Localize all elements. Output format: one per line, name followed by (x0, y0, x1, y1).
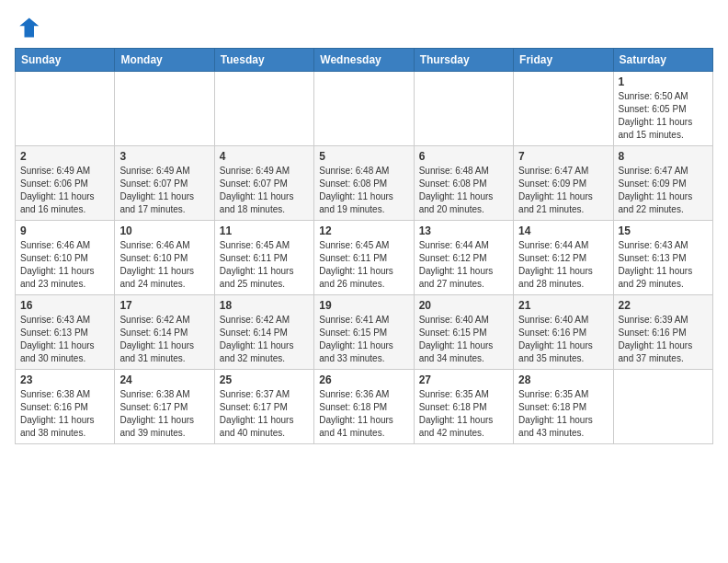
calendar-cell (214, 72, 313, 146)
calendar-cell: 23Sunrise: 6:38 AM Sunset: 6:16 PM Dayli… (16, 370, 115, 444)
calendar-cell: 1Sunrise: 6:50 AM Sunset: 6:05 PM Daylig… (613, 72, 712, 146)
day-number: 23 (20, 373, 109, 386)
calendar-cell: 25Sunrise: 6:37 AM Sunset: 6:17 PM Dayli… (214, 370, 313, 444)
weekday-header-monday: Monday (115, 49, 214, 72)
page-header (15, 15, 713, 40)
day-info: Sunrise: 6:48 AM Sunset: 6:08 PM Dayligh… (419, 165, 508, 216)
calendar-cell (414, 72, 513, 146)
calendar-week-4: 16Sunrise: 6:43 AM Sunset: 6:13 PM Dayli… (16, 295, 713, 370)
svg-marker-0 (19, 18, 39, 38)
day-number: 2 (20, 150, 109, 163)
calendar-cell: 22Sunrise: 6:39 AM Sunset: 6:16 PM Dayli… (613, 295, 712, 370)
day-number: 10 (119, 224, 209, 237)
calendar-cell (16, 72, 115, 146)
day-number: 22 (619, 299, 708, 312)
day-number: 9 (20, 224, 109, 237)
day-info: Sunrise: 6:43 AM Sunset: 6:13 PM Dayligh… (20, 314, 109, 365)
calendar-cell: 16Sunrise: 6:43 AM Sunset: 6:13 PM Dayli… (16, 295, 115, 370)
day-info: Sunrise: 6:44 AM Sunset: 6:12 PM Dayligh… (518, 239, 608, 291)
day-info: Sunrise: 6:39 AM Sunset: 6:16 PM Dayligh… (619, 314, 708, 365)
day-number: 7 (518, 150, 608, 163)
calendar-cell: 17Sunrise: 6:42 AM Sunset: 6:14 PM Dayli… (115, 295, 214, 370)
calendar-cell: 15Sunrise: 6:43 AM Sunset: 6:13 PM Dayli… (613, 221, 712, 295)
calendar-cell: 19Sunrise: 6:41 AM Sunset: 6:15 PM Dayli… (314, 295, 414, 370)
calendar-cell: 2Sunrise: 6:49 AM Sunset: 6:06 PM Daylig… (16, 146, 115, 221)
day-number: 18 (220, 299, 309, 312)
calendar-cell: 26Sunrise: 6:36 AM Sunset: 6:18 PM Dayli… (314, 370, 414, 444)
day-number: 13 (419, 224, 508, 237)
calendar-cell: 8Sunrise: 6:47 AM Sunset: 6:09 PM Daylig… (613, 146, 712, 221)
day-info: Sunrise: 6:50 AM Sunset: 6:05 PM Dayligh… (619, 90, 708, 142)
day-info: Sunrise: 6:40 AM Sunset: 6:15 PM Dayligh… (419, 314, 508, 365)
day-number: 3 (119, 150, 209, 163)
calendar-cell: 24Sunrise: 6:38 AM Sunset: 6:17 PM Dayli… (115, 370, 214, 444)
day-number: 11 (220, 224, 309, 237)
calendar-table: SundayMondayTuesdayWednesdayThursdayFrid… (15, 48, 713, 444)
day-info: Sunrise: 6:43 AM Sunset: 6:13 PM Dayligh… (619, 239, 708, 291)
day-info: Sunrise: 6:37 AM Sunset: 6:17 PM Dayligh… (220, 388, 309, 440)
day-number: 19 (319, 299, 408, 312)
calendar-cell: 12Sunrise: 6:45 AM Sunset: 6:11 PM Dayli… (314, 221, 414, 295)
day-number: 14 (518, 224, 608, 237)
calendar-cell: 11Sunrise: 6:45 AM Sunset: 6:11 PM Dayli… (214, 221, 313, 295)
day-info: Sunrise: 6:45 AM Sunset: 6:11 PM Dayligh… (319, 239, 408, 291)
day-number: 20 (419, 299, 508, 312)
day-number: 8 (619, 150, 708, 163)
day-info: Sunrise: 6:45 AM Sunset: 6:11 PM Dayligh… (220, 239, 309, 291)
weekday-header-tuesday: Tuesday (214, 49, 313, 72)
day-info: Sunrise: 6:47 AM Sunset: 6:09 PM Dayligh… (619, 165, 708, 216)
calendar-cell: 6Sunrise: 6:48 AM Sunset: 6:08 PM Daylig… (414, 146, 513, 221)
calendar-cell: 14Sunrise: 6:44 AM Sunset: 6:12 PM Dayli… (514, 221, 613, 295)
day-number: 6 (419, 150, 508, 163)
day-info: Sunrise: 6:35 AM Sunset: 6:18 PM Dayligh… (518, 388, 608, 440)
calendar-cell (514, 72, 613, 146)
calendar-week-5: 23Sunrise: 6:38 AM Sunset: 6:16 PM Dayli… (16, 370, 713, 444)
day-number: 1 (619, 75, 708, 88)
logo-icon (15, 15, 40, 40)
day-number: 15 (619, 224, 708, 237)
calendar-cell: 28Sunrise: 6:35 AM Sunset: 6:18 PM Dayli… (514, 370, 613, 444)
day-info: Sunrise: 6:49 AM Sunset: 6:07 PM Dayligh… (119, 165, 209, 216)
calendar-cell: 7Sunrise: 6:47 AM Sunset: 6:09 PM Daylig… (514, 146, 613, 221)
day-number: 5 (319, 150, 408, 163)
day-info: Sunrise: 6:35 AM Sunset: 6:18 PM Dayligh… (419, 388, 508, 440)
day-info: Sunrise: 6:48 AM Sunset: 6:08 PM Dayligh… (319, 165, 408, 216)
day-number: 24 (119, 373, 209, 386)
logo (15, 15, 44, 40)
day-info: Sunrise: 6:36 AM Sunset: 6:18 PM Dayligh… (319, 388, 408, 440)
day-info: Sunrise: 6:49 AM Sunset: 6:06 PM Dayligh… (20, 165, 109, 216)
day-number: 21 (518, 299, 608, 312)
calendar-cell: 4Sunrise: 6:49 AM Sunset: 6:07 PM Daylig… (214, 146, 313, 221)
day-number: 26 (319, 373, 408, 386)
weekday-header-friday: Friday (514, 49, 613, 72)
calendar-cell: 21Sunrise: 6:40 AM Sunset: 6:16 PM Dayli… (514, 295, 613, 370)
calendar-cell (115, 72, 214, 146)
calendar-week-2: 2Sunrise: 6:49 AM Sunset: 6:06 PM Daylig… (16, 146, 713, 221)
calendar-cell: 3Sunrise: 6:49 AM Sunset: 6:07 PM Daylig… (115, 146, 214, 221)
day-number: 12 (319, 224, 408, 237)
day-info: Sunrise: 6:42 AM Sunset: 6:14 PM Dayligh… (119, 314, 209, 365)
day-info: Sunrise: 6:49 AM Sunset: 6:07 PM Dayligh… (220, 165, 309, 216)
day-number: 28 (518, 373, 608, 386)
day-info: Sunrise: 6:40 AM Sunset: 6:16 PM Dayligh… (518, 314, 608, 365)
day-info: Sunrise: 6:46 AM Sunset: 6:10 PM Dayligh… (119, 239, 209, 291)
weekday-header-row: SundayMondayTuesdayWednesdayThursdayFrid… (16, 49, 713, 72)
weekday-header-wednesday: Wednesday (314, 49, 414, 72)
calendar-cell (613, 370, 712, 444)
day-number: 25 (220, 373, 309, 386)
day-info: Sunrise: 6:46 AM Sunset: 6:10 PM Dayligh… (20, 239, 109, 291)
weekday-header-thursday: Thursday (414, 49, 513, 72)
day-info: Sunrise: 6:44 AM Sunset: 6:12 PM Dayligh… (419, 239, 508, 291)
day-info: Sunrise: 6:47 AM Sunset: 6:09 PM Dayligh… (518, 165, 608, 216)
day-number: 16 (20, 299, 109, 312)
day-info: Sunrise: 6:38 AM Sunset: 6:17 PM Dayligh… (119, 388, 209, 440)
weekday-header-sunday: Sunday (16, 49, 115, 72)
day-info: Sunrise: 6:42 AM Sunset: 6:14 PM Dayligh… (220, 314, 309, 365)
day-info: Sunrise: 6:38 AM Sunset: 6:16 PM Dayligh… (20, 388, 109, 440)
calendar-cell: 18Sunrise: 6:42 AM Sunset: 6:14 PM Dayli… (214, 295, 313, 370)
calendar-cell: 10Sunrise: 6:46 AM Sunset: 6:10 PM Dayli… (115, 221, 214, 295)
calendar-cell: 9Sunrise: 6:46 AM Sunset: 6:10 PM Daylig… (16, 221, 115, 295)
weekday-header-saturday: Saturday (613, 49, 712, 72)
calendar-week-3: 9Sunrise: 6:46 AM Sunset: 6:10 PM Daylig… (16, 221, 713, 295)
day-number: 17 (119, 299, 209, 312)
